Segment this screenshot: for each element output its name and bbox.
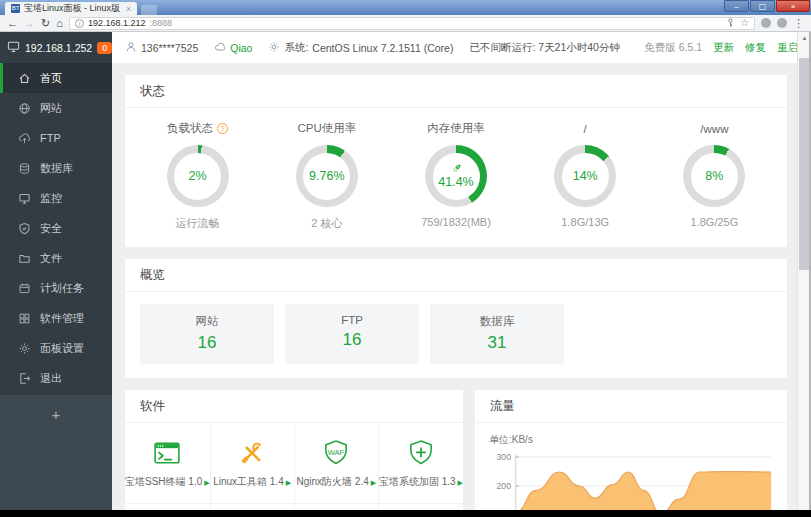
soft-icon: [18, 312, 31, 325]
card-label: FTP: [285, 314, 419, 326]
monitor-icon: [7, 39, 20, 57]
sidebar-item-database[interactable]: 数据库: [0, 153, 112, 183]
back-button[interactable]: ←: [7, 18, 18, 29]
window-titlebar: BT 宝塔Linux面板 - Linux版 × – ▢ ×: [0, 0, 811, 15]
sidebar-item-security[interactable]: 安全: [0, 213, 112, 243]
sidebar: 首页 网站 FTP 数据库 监控 安全 文件 计划任务 软件管理 面板设置 退出: [0, 63, 112, 516]
sidebar-item-site[interactable]: 网站: [0, 93, 112, 123]
window-bottom-edge: [0, 510, 811, 517]
software-item-label: Linux工具箱 1.4 ▶: [213, 475, 291, 489]
gauge-value: 2%: [189, 169, 207, 183]
sidebar-nav: 首页 网站 FTP 数据库 监控 安全 文件 计划任务 软件管理 面板设置 退出: [0, 63, 112, 395]
gauge-value: 14%: [573, 169, 598, 183]
cron-icon: [18, 282, 31, 295]
software-panel-title: 软件: [125, 390, 463, 423]
status-panel-title: 状态: [125, 75, 787, 108]
status-gauge: 内存使用率 41.4% 759/1832(MB): [391, 121, 520, 231]
sidebar-item-label: 文件: [40, 251, 62, 266]
help-icon[interactable]: ?: [217, 123, 228, 134]
gauge-subtext: 1.8G/25G: [691, 216, 739, 228]
sidebar-item-monitor[interactable]: 监控: [0, 183, 112, 213]
phone-item[interactable]: 136****7525: [125, 41, 198, 55]
server-ip: 192.168.1.252: [25, 42, 92, 54]
sidebar-item-cron[interactable]: 计划任务: [0, 273, 112, 303]
gauge-title: 内存使用率: [427, 121, 485, 136]
window-minimize-button[interactable]: –: [724, 0, 749, 12]
sidebar-item-label: 安全: [40, 221, 62, 236]
overview-panel-title: 概览: [125, 259, 787, 292]
sidebar-item-label: 退出: [40, 371, 62, 386]
gauge-donut: 41.4%: [425, 145, 487, 207]
sidebar-item-files[interactable]: 文件: [0, 243, 112, 273]
traffic-panel-title: 流量: [475, 390, 787, 423]
page-info-icon[interactable]: i: [75, 19, 84, 28]
new-tab-button[interactable]: [141, 5, 157, 15]
sidebar-item-label: 软件管理: [40, 311, 84, 326]
files-icon: [18, 252, 31, 265]
scrollbar-up-icon[interactable]: ▲: [798, 32, 811, 44]
bookmark-star-icon[interactable]: ☆: [740, 18, 749, 28]
window-close-button[interactable]: ×: [776, 0, 810, 12]
window-maximize-button[interactable]: ▢: [750, 0, 775, 12]
svg-text:300: 300: [497, 452, 511, 462]
extension-icon[interactable]: [761, 18, 771, 28]
cloud-icon: [214, 41, 226, 55]
software-item-waf[interactable]: WAF Nginx防火墙 2.4 ▶: [295, 423, 379, 504]
scrollbar-thumb[interactable]: [799, 58, 809, 270]
gauge-value: 9.76%: [309, 169, 344, 183]
site-icon: [18, 102, 31, 115]
tab-close-icon[interactable]: ×: [126, 4, 131, 14]
gauge-title: /: [584, 123, 587, 135]
favicon-icon: BT: [11, 4, 20, 13]
software-item-shield_plus[interactable]: 宝塔系统加固 1.3 ▶: [379, 423, 463, 504]
page-scrollbar[interactable]: ▲: [797, 32, 811, 510]
phone-number: 136****7525: [141, 42, 198, 54]
overview-panel: 概览 网站 16 FTP 16 数据库 31: [125, 259, 787, 378]
overview-card-数据库[interactable]: 数据库 31: [430, 304, 564, 364]
account-item[interactable]: Qiao: [214, 41, 252, 55]
url-host: 192.168.1.212: [88, 18, 146, 28]
sidebar-item-label: FTP: [40, 132, 61, 144]
reload-button[interactable]: ↻: [41, 18, 50, 29]
system-value: CentOS Linux 7.2.1511 (Core): [312, 42, 453, 54]
software-item-toolbox[interactable]: Linux工具箱 1.4 ▶: [211, 423, 295, 504]
sidebar-item-soft[interactable]: 软件管理: [0, 303, 112, 333]
browser-menu-icon[interactable]: ⋮: [793, 18, 804, 29]
forward-button[interactable]: →: [24, 18, 35, 29]
browser-tab[interactable]: BT 宝塔Linux面板 - Linux版 ×: [5, 2, 137, 15]
ftp-icon: [18, 132, 31, 145]
gauge-subtext: 2 核心: [311, 216, 342, 231]
card-value: 16: [140, 333, 274, 353]
sidebar-add-button[interactable]: +: [0, 395, 112, 423]
key-icon[interactable]: [726, 18, 735, 29]
update-link[interactable]: 更新: [713, 41, 734, 53]
panel-topbar-info: 136****7525 Qiao 系统: CentOS Linux 7.2.15…: [112, 32, 811, 63]
restart-link[interactable]: 重启: [777, 41, 798, 53]
sidebar-item-label: 首页: [40, 71, 62, 86]
overview-card-网站[interactable]: 网站 16: [140, 304, 274, 364]
toolbox-icon: [237, 438, 267, 468]
server-ip-box: 192.168.1.252 0: [0, 32, 112, 63]
address-bar[interactable]: i 192.168.1.212:8888 ☆: [69, 17, 755, 30]
gauge-title: 负载状态: [167, 121, 213, 136]
tab-title: 宝塔Linux面板 - Linux版: [24, 2, 120, 15]
message-count-badge[interactable]: 0: [97, 42, 112, 54]
extension-icon[interactable]: [777, 18, 787, 28]
gauge-title: /www: [700, 123, 728, 135]
software-item-label: Nginx防火墙 2.4 ▶: [297, 475, 377, 489]
sidebar-item-home[interactable]: 首页: [0, 63, 112, 93]
home-button[interactable]: ⌂: [56, 18, 63, 29]
gauge-subtext: 运行流畅: [176, 216, 220, 231]
sidebar-item-label: 监控: [40, 191, 62, 206]
overview-card-FTP[interactable]: FTP 16: [285, 304, 419, 364]
sidebar-item-ftp[interactable]: FTP: [0, 123, 112, 153]
sidebar-item-logout[interactable]: 退出: [0, 363, 112, 393]
status-gauge: CPU使用率 9.76% 2 核心: [262, 121, 391, 231]
software-item-terminal[interactable]: 宝塔SSH终端 1.0 ▶: [125, 423, 211, 504]
software-item-label: 宝塔SSH终端 1.0 ▶: [125, 475, 210, 489]
card-value: 31: [430, 333, 564, 353]
sidebar-item-label: 网站: [40, 101, 62, 116]
system-item: 系统: CentOS Linux 7.2.1511 (Core): [268, 41, 453, 55]
sidebar-item-settings[interactable]: 面板设置: [0, 333, 112, 363]
repair-link[interactable]: 修复: [745, 41, 766, 53]
